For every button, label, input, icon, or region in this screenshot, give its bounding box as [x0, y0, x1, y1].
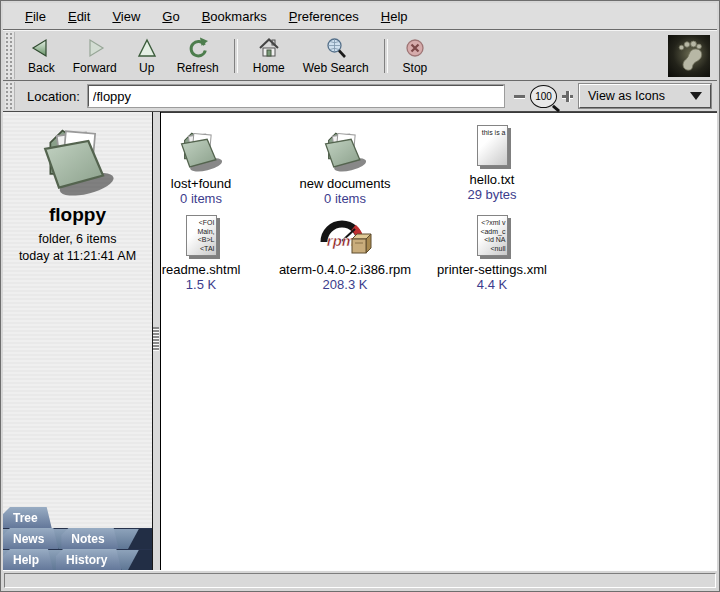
- sidebar-folder-icon: [34, 122, 122, 202]
- stop-x-circle-icon: [403, 36, 427, 60]
- tab-row-2: News Notes: [3, 528, 152, 549]
- file-name: aterm-0.4.0-2.i386.rpm: [279, 262, 411, 277]
- svg-text:rpm: rpm: [327, 232, 355, 249]
- zoom-out-icon[interactable]: [514, 95, 525, 98]
- menu-view[interactable]: View: [102, 6, 150, 27]
- zoom-controls: 100: [514, 85, 573, 108]
- folder-icon: [176, 121, 226, 173]
- tab-help[interactable]: Help: [3, 549, 53, 570]
- file-size: 1.5 K: [186, 277, 216, 292]
- text-file-icon: <FOI Main, <B>L <TAI: [186, 207, 217, 259]
- sidebar-title: floppy: [49, 204, 106, 226]
- file-item-printer-settings-xml[interactable]: <?xml v <adm_c <id NA <null printer-sett…: [424, 207, 560, 292]
- file-name: hello.txt: [470, 172, 515, 187]
- menu-file[interactable]: File: [15, 6, 56, 27]
- sidebar: floppy folder, 6 items today at 11:21:41…: [3, 112, 153, 570]
- home-house-icon: [257, 36, 281, 60]
- refresh-circular-arrow-icon: [186, 36, 210, 60]
- file-size: 0 items: [180, 191, 222, 206]
- file-name: lost+found: [171, 176, 231, 191]
- menu-preferences[interactable]: Preferences: [279, 6, 369, 27]
- file-name: new documents: [299, 176, 390, 191]
- magnifier-globe-icon: [324, 36, 348, 60]
- status-bar: [3, 570, 717, 589]
- folder-icon: [320, 121, 370, 173]
- up-button[interactable]: Up: [126, 34, 168, 77]
- location-label: Location:: [27, 89, 80, 104]
- file-size: 0 items: [324, 191, 366, 206]
- menu-edit[interactable]: Edit: [58, 6, 100, 27]
- sidebar-tabs: Tree News Notes Help History: [3, 507, 152, 570]
- refresh-button[interactable]: Refresh: [168, 34, 228, 77]
- toolbar: Back Forward Up Refresh: [3, 30, 717, 81]
- tab-notes[interactable]: Notes: [61, 528, 118, 549]
- gnome-foot-throbber-icon[interactable]: [668, 35, 710, 77]
- back-arrow-icon: [29, 36, 53, 60]
- zoom-level-value: 100: [535, 91, 552, 102]
- tab-row-3: Help History: [3, 549, 152, 570]
- file-size: 4.4 K: [477, 277, 507, 292]
- content-area: floppy folder, 6 items today at 11:21:41…: [3, 112, 717, 570]
- forward-button[interactable]: Forward: [64, 34, 126, 77]
- location-bar-drag-handle[interactable]: [5, 82, 15, 110]
- icon-view: lost+found 0 items new documents 0 items: [161, 112, 717, 570]
- tab-news[interactable]: News: [3, 528, 58, 549]
- rpm-package-icon: rpm: [316, 207, 374, 259]
- back-button[interactable]: Back: [19, 34, 64, 77]
- web-search-button[interactable]: Web Search: [294, 34, 378, 77]
- zoom-level-magnifier[interactable]: 100: [530, 85, 557, 108]
- toolbar-separator: [384, 39, 388, 73]
- file-name: readme.shtml: [162, 262, 241, 277]
- zoom-in-icon[interactable]: [562, 91, 573, 102]
- up-arrow-icon: [135, 36, 159, 60]
- menu-go[interactable]: Go: [152, 6, 189, 27]
- view-mode-value: View as Icons: [588, 89, 665, 103]
- tab-history[interactable]: History: [56, 549, 121, 570]
- location-bar: Location: 100 View as Icons: [3, 81, 717, 112]
- toolbar-drag-handle[interactable]: [5, 32, 15, 79]
- file-size: 29 bytes: [467, 187, 516, 202]
- file-item-new-documents[interactable]: new documents 0 items: [277, 121, 413, 206]
- stop-button[interactable]: Stop: [394, 34, 437, 77]
- tab-tree[interactable]: Tree: [3, 507, 52, 528]
- location-input[interactable]: [88, 85, 504, 107]
- file-manager-window: File Edit View Go Bookmarks Preferences …: [0, 0, 720, 592]
- status-text: [4, 573, 716, 588]
- file-item-aterm-rpm[interactable]: rpm aterm-0.4.0-2.i386.rpm 208.3 K: [277, 207, 413, 292]
- file-item-hello-txt[interactable]: this is a hello.txt 29 bytes: [424, 117, 560, 202]
- view-mode-dropdown[interactable]: View as Icons: [579, 84, 711, 108]
- toolbar-separator: [234, 39, 238, 73]
- text-file-icon: this is a: [477, 117, 508, 169]
- splitter-thumb[interactable]: [153, 327, 159, 351]
- text-file-icon: <?xml v <adm_c <id NA <null: [477, 207, 508, 259]
- home-button[interactable]: Home: [244, 34, 294, 77]
- chevron-down-icon: [690, 92, 702, 100]
- file-name: printer-settings.xml: [437, 262, 547, 277]
- menu-bar: File Edit View Go Bookmarks Preferences …: [3, 3, 717, 30]
- sidebar-folder-info: folder, 6 items: [39, 232, 117, 246]
- forward-arrow-icon: [83, 36, 107, 60]
- file-item-readme-shtml[interactable]: <FOI Main, <B>L <TAI readme.shtml 1.5 K: [133, 207, 269, 292]
- file-size: 208.3 K: [323, 277, 368, 292]
- file-item-lost-found[interactable]: lost+found 0 items: [133, 121, 269, 206]
- sidebar-date: today at 11:21:41 AM: [19, 249, 136, 263]
- menu-bookmarks[interactable]: Bookmarks: [192, 6, 277, 27]
- menu-help[interactable]: Help: [371, 6, 418, 27]
- tab-row-1: Tree: [3, 507, 152, 528]
